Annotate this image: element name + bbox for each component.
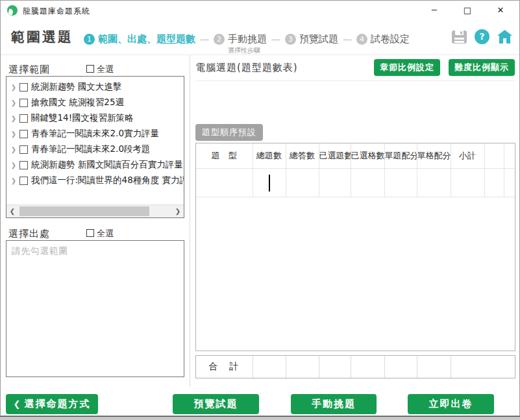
source-section-header: 選擇出處 全選 [8,227,184,240]
col-points-per-question: 單題配分 [384,143,417,168]
total-cell [351,356,384,378]
window-controls: ─ □ ✕ [419,1,519,20]
range-select-all-label: 全選 [97,64,114,74]
item-checkbox[interactable] [19,83,28,92]
expand-arrow-icon[interactable]: ❯ [9,99,18,106]
cell-total-questions[interactable] [253,168,286,197]
back-chevron-icon: ❮ [14,399,22,409]
item-checkbox[interactable] [19,114,28,123]
item-checkbox[interactable] [19,145,28,154]
horizontal-scrollbar[interactable]: ❮ ❯ [6,204,184,217]
range-tree: ❯統測新趨勢 國文大進擊 ❯搶救國文 統測複習25週 ❯關鍵雙14!國文複習新策… [6,77,184,188]
col-points-per-blank: 單格配分 [417,143,451,168]
expand-arrow-icon[interactable]: ❯ [9,130,18,138]
range-tree-item[interactable]: ❯統測新趨勢 新國文閱讀百分百實力評量 [9,157,184,173]
range-tree-item[interactable]: ❯青春筆記一閱讀未來2.0實力評量 [9,126,184,142]
ratio-buttons: 章節比例設定 難度比例顯示 [195,59,515,76]
home-icon[interactable] [497,29,513,44]
generate-paper-button[interactable]: 立即出卷 [408,394,494,414]
expand-arrow-icon[interactable]: ❯ [9,162,18,169]
expand-arrow-icon[interactable]: ❯ [9,84,18,91]
total-cell [417,356,451,378]
source-title: 選擇出處 [8,228,50,240]
range-tree-item[interactable]: ❯我們這一行:閱讀世界的48種角度 實力評 [9,173,184,188]
step-indicator: 1 範圍、出處、題型題數 — 2 手動挑題 選擇性步驟 — 3 預覽試題 — 4… [84,27,410,51]
question-order-chip[interactable]: 題型順序預設 [195,124,263,141]
help-icon[interactable]: ? [475,29,489,44]
expand-arrow-icon[interactable]: ❯ [9,115,18,122]
cell-selected-blanks[interactable] [351,168,384,197]
step-4-badge: 4 [356,34,367,45]
source-placeholder: 請先勾選範圍 [6,241,184,262]
range-select-all[interactable]: 全選 [86,64,114,75]
source-listbox[interactable]: 請先勾選範圍 [6,240,184,377]
text-cursor [269,175,270,191]
step-2-manual-pick: 2 手動挑題 選擇性步驟 [214,33,267,45]
total-row: 合 計 [196,356,515,378]
col-empty-2 [504,143,515,168]
step-1-range: 1 範圍、出處、題型題數 [84,33,195,45]
col-selected-blanks: 已選格數 [351,143,384,168]
range-listbox[interactable]: ❯統測新趨勢 國文大進擊 ❯搶救國文 統測複習25週 ❯關鍵雙14!國文複習新策… [6,76,184,218]
save-icon[interactable] [451,30,467,44]
item-checkbox[interactable] [19,130,28,138]
close-button[interactable]: ✕ [486,1,515,20]
total-cell [319,356,351,378]
cell-subtotal[interactable] [451,168,484,197]
step-3-preview: 3 預覽試題 [285,33,338,45]
total-cell [451,356,515,378]
col-subtotal: 小計 [451,143,484,168]
page-title: 範圍選題 [11,28,73,46]
right-panel-divider [195,80,515,81]
expand-arrow-icon[interactable]: ❯ [9,146,18,153]
col-empty-1 [484,143,504,168]
header-divider [1,55,519,55]
range-tree-item[interactable]: ❯青春筆記一閱讀未來2.0段考題 [9,142,184,157]
range-tree-item[interactable]: ❯搶救國文 統測複習25週 [9,95,184,110]
item-checkbox[interactable] [19,177,28,185]
expand-arrow-icon[interactable]: ❯ [9,177,18,184]
total-cell [253,356,286,378]
cell-selected-questions[interactable] [319,168,351,197]
col-selected-questions: 已選題數 [319,143,351,168]
minimize-button[interactable]: ─ [419,1,449,20]
difficulty-ratio-button[interactable]: 難度比例顯示 [449,59,515,76]
table-row[interactable] [196,168,515,197]
range-tree-item[interactable]: ❯統測新趨勢 國文大進擊 [9,79,184,95]
window-title: 龍騰題庫命題系統 [23,6,90,17]
total-cell [384,356,417,378]
cell-points-per-blank[interactable] [417,168,451,197]
step-2-badge: 2 [214,34,225,45]
step-separator: — [271,34,280,44]
range-select-all-checkbox[interactable] [86,65,94,73]
app-window: 龍騰題庫命題系統 ─ □ ✕ 範圍選題 1 範圍、出處、題型題數 — 2 手動挑… [0,0,520,416]
item-checkbox[interactable] [19,99,28,107]
cell-question-type[interactable] [196,168,253,197]
source-select-all[interactable]: 全選 [86,228,114,240]
table-header-row: 題 型 總題數 總答數 已選題數 已選格數 單題配分 單格配分 小計 [196,143,515,168]
question-type-table: 題 型 總題數 總答數 已選題數 已選格數 單題配分 單格配分 小計 [195,143,515,351]
cell-empty-2 [504,168,515,197]
titlebar: 龍騰題庫命題系統 ─ □ ✕ [1,1,519,20]
scrollbar-thumb[interactable] [19,206,149,216]
col-total-answers: 總答數 [286,143,319,168]
cell-points-per-question[interactable] [384,168,417,197]
scroll-left-icon[interactable]: ❮ [6,205,18,217]
item-checkbox[interactable] [19,161,28,169]
cell-total-answers[interactable] [286,168,319,197]
maximize-button[interactable]: □ [452,1,482,20]
manual-pick-button[interactable]: 手動挑題 [291,394,377,414]
panel-divider [190,55,190,387]
range-tree-item[interactable]: ❯關鍵雙14!國文複習新策略 [9,110,184,126]
col-total-questions: 總題數 [253,143,286,168]
choose-method-back-button[interactable]: ❮選擇命題方式 [6,394,98,414]
desktop-strip [0,416,520,420]
total-row-table: 合 計 [195,355,515,378]
step-2-subtitle: 選擇性步驟 [228,46,260,55]
step-1-badge: 1 [84,34,95,45]
preview-questions-button[interactable]: 預覽試題 [173,394,259,414]
chapter-ratio-button[interactable]: 章節比例設定 [374,59,440,76]
cell-empty-1 [484,168,504,197]
source-select-all-checkbox[interactable] [86,229,94,237]
scroll-right-icon[interactable]: ❯ [172,205,184,217]
